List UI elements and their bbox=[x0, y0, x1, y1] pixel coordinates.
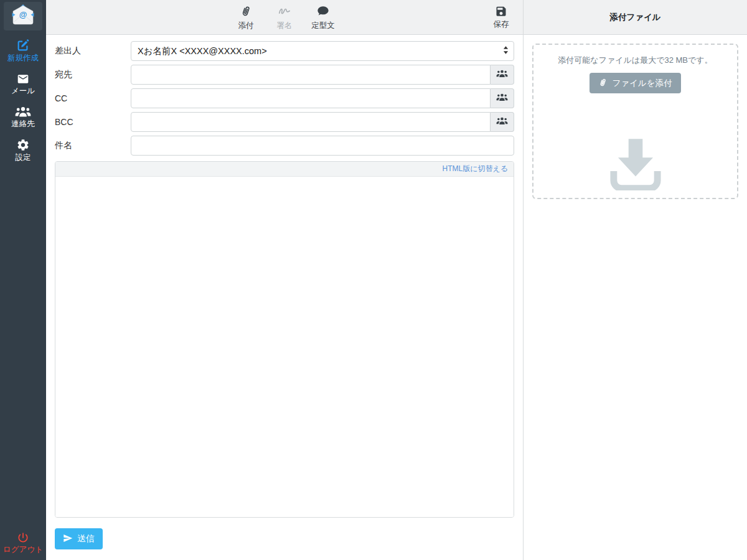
attachment-size-hint: 添付可能なファイルは最大で32 MBです。 bbox=[533, 55, 737, 66]
compose-icon bbox=[16, 39, 30, 52]
from-field: Xお名前X <XXXX@XXXX.com> bbox=[131, 41, 514, 61]
cc-label: CC bbox=[55, 93, 131, 103]
sidebar-item-contacts[interactable]: 連絡先 bbox=[11, 106, 35, 129]
cc-field-group bbox=[131, 88, 514, 108]
to-input[interactable] bbox=[131, 65, 491, 85]
toolbar-group: 添付 署名 定型文 bbox=[232, 4, 337, 30]
users-icon bbox=[15, 106, 31, 118]
save-label: 保存 bbox=[494, 21, 509, 30]
users-icon bbox=[496, 116, 508, 128]
from-label: 差出人 bbox=[55, 45, 131, 57]
editor-toolbar: HTML版に切替える bbox=[55, 162, 514, 177]
sidebar-item-logout[interactable]: ログアウト bbox=[3, 531, 43, 554]
paper-plane-icon bbox=[63, 533, 73, 545]
subject-label: 件名 bbox=[55, 140, 131, 151]
sidebar-item-compose[interactable]: 新規作成 bbox=[7, 39, 39, 63]
compose-form: 差出人 Xお名前X <XXXX@XXXX.com> 宛先 bbox=[46, 35, 523, 560]
to-row: 宛先 bbox=[55, 65, 514, 85]
sidebar-item-label: 連絡先 bbox=[11, 120, 35, 129]
paperclip-icon bbox=[240, 4, 252, 21]
top-header: 添付 署名 定型文 bbox=[46, 0, 747, 35]
sidebar: @ 新規作成 メール bbox=[0, 0, 46, 560]
to-contacts-button[interactable] bbox=[491, 65, 514, 85]
sidebar-item-label: メール bbox=[11, 87, 35, 96]
cc-input[interactable] bbox=[131, 88, 491, 108]
users-icon bbox=[496, 93, 508, 104]
from-row: 差出人 Xお名前X <XXXX@XXXX.com> bbox=[55, 41, 514, 61]
subject-input[interactable] bbox=[131, 136, 514, 156]
mail-logo-icon: @ bbox=[11, 4, 35, 29]
sidebar-item-label: 新規作成 bbox=[7, 54, 39, 63]
attach-button[interactable]: 添付 bbox=[232, 4, 260, 30]
attachment-dropzone[interactable]: 添付可能なファイルは最大で32 MBです。 ファイルを添付 bbox=[532, 44, 738, 199]
attach-label: 添付 bbox=[238, 22, 254, 30]
save-button[interactable]: 保存 bbox=[487, 5, 515, 30]
subject-field bbox=[131, 136, 514, 156]
logout-label: ログアウト bbox=[3, 546, 43, 554]
cc-row: CC bbox=[55, 88, 514, 108]
send-row: 送信 bbox=[55, 518, 514, 560]
content: 差出人 Xお名前X <XXXX@XXXX.com> 宛先 bbox=[46, 35, 747, 560]
to-label: 宛先 bbox=[55, 69, 131, 80]
attachments-title: 添付ファイル bbox=[609, 12, 660, 23]
switch-to-html-link[interactable]: HTML版に切替える bbox=[442, 164, 508, 174]
bcc-field-group bbox=[131, 112, 514, 132]
power-icon bbox=[17, 531, 29, 544]
speech-bubble-icon bbox=[316, 4, 330, 21]
attach-file-button[interactable]: ファイルを添付 bbox=[590, 73, 680, 93]
template-label: 定型文 bbox=[311, 22, 335, 30]
message-body-textarea[interactable] bbox=[55, 177, 514, 517]
to-field-group bbox=[131, 65, 514, 85]
template-button[interactable]: 定型文 bbox=[309, 4, 337, 30]
app-logo: @ bbox=[4, 2, 42, 30]
bcc-contacts-button[interactable] bbox=[491, 112, 514, 132]
download-tray-icon bbox=[533, 133, 737, 193]
sidebar-nav: 新規作成 メール 連絡先 bbox=[7, 39, 39, 162]
attach-file-label: ファイルを添付 bbox=[612, 78, 672, 89]
gear-icon bbox=[16, 138, 30, 152]
paperclip-icon bbox=[598, 77, 608, 90]
bcc-row: BCC bbox=[55, 112, 514, 132]
from-select[interactable]: Xお名前X <XXXX@XXXX.com> bbox=[131, 41, 514, 61]
message-editor: HTML版に切替える bbox=[55, 161, 514, 518]
floppy-icon bbox=[495, 5, 507, 20]
bcc-label: BCC bbox=[55, 117, 131, 127]
signature-button[interactable]: 署名 bbox=[270, 4, 299, 30]
signature-label: 署名 bbox=[277, 22, 293, 30]
sidebar-item-mail[interactable]: メール bbox=[11, 73, 35, 96]
attachments-panel: 添付可能なファイルは最大で32 MBです。 ファイルを添付 bbox=[523, 35, 747, 560]
send-label: 送信 bbox=[77, 533, 95, 544]
mail-icon bbox=[16, 73, 31, 85]
send-button[interactable]: 送信 bbox=[55, 528, 103, 549]
compose-toolbar: 添付 署名 定型文 bbox=[46, 0, 523, 34]
users-icon bbox=[496, 69, 508, 80]
attachments-panel-header: 添付ファイル bbox=[523, 0, 747, 34]
svg-text:@: @ bbox=[19, 10, 27, 19]
subject-row: 件名 bbox=[55, 136, 514, 156]
main-column: 添付 署名 定型文 bbox=[46, 0, 747, 560]
bcc-input[interactable] bbox=[131, 112, 491, 132]
sidebar-item-settings[interactable]: 設定 bbox=[16, 138, 31, 162]
signature-icon bbox=[277, 4, 292, 21]
sidebar-item-label: 設定 bbox=[16, 154, 31, 162]
cc-contacts-button[interactable] bbox=[491, 88, 514, 108]
